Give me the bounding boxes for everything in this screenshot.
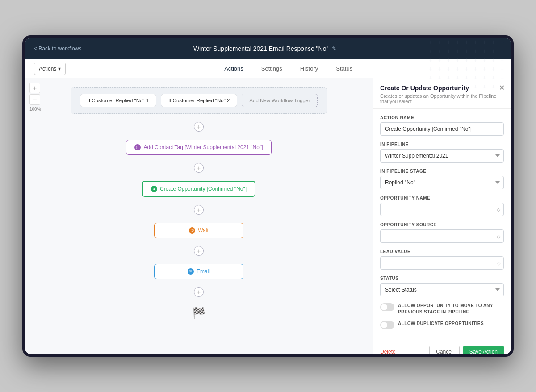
wait-action-node[interactable]: ⏱ Wait <box>154 223 243 238</box>
main-content: + − 100% If Customer Replied "No" 1 If C… <box>25 78 511 354</box>
panel-title: Create Or Update Opportunity <box>380 84 504 92</box>
add-action-2-button[interactable]: + <box>194 163 204 173</box>
opportunity-source-icon: ◇ <box>497 234 500 239</box>
allow-previous-toggle-label: ALLOW OPPORTUNITY TO MOVE TO ANY PREVIOU… <box>398 303 504 315</box>
in-pipeline-stage-select[interactable]: Replied "No" <box>380 176 504 189</box>
connector-line <box>199 115 199 122</box>
connector-line <box>199 297 199 304</box>
status-label: STATUS <box>380 276 504 281</box>
tabs-bar: Actions ▾ Actions Settings History Statu… <box>25 59 511 78</box>
panel-footer: Delete Cancel Save Action <box>373 341 511 354</box>
allow-previous-toggle[interactable] <box>380 303 394 311</box>
trigger-node-2[interactable]: If Customer Replied "No" 2 <box>161 94 237 107</box>
connector-line <box>199 173 199 180</box>
connector-line <box>199 239 199 246</box>
connector-3: + <box>194 198 204 222</box>
opportunity-source-input[interactable] <box>380 229 504 243</box>
add-action-1-button[interactable]: + <box>194 122 204 132</box>
allow-duplicate-toggle[interactable] <box>380 321 394 329</box>
opportunity-action-node[interactable]: ● Create Opportunity [Confirmed "No"] <box>142 181 255 197</box>
allow-previous-toggle-row: ALLOW OPPORTUNITY TO MOVE TO ANY PREVIOU… <box>380 303 504 315</box>
action-name-input[interactable] <box>380 122 504 136</box>
in-pipeline-select[interactable]: Winter Supplemental 2021 <box>380 149 504 163</box>
device-frame: +++++++++ +++++++++ +++++++++ +++++++++ … <box>22 35 514 357</box>
connector-2: + <box>194 156 204 180</box>
allow-duplicate-toggle-row: ALLOW DUPLICATE OPPORTUNITIES <box>380 321 504 329</box>
connector-line <box>199 256 199 263</box>
in-pipeline-label: IN PIPELINE <box>380 142 504 147</box>
opportunity-source-input-wrapper: ◇ <box>380 229 504 243</box>
connector-line <box>199 198 199 205</box>
lead-value-input[interactable] <box>380 256 504 270</box>
add-action-5-button[interactable]: + <box>194 287 204 297</box>
zoom-in-button[interactable]: + <box>29 83 40 93</box>
workflow-canvas: If Customer Replied "No" 1 If Customer R… <box>25 78 373 354</box>
opportunity-icon: ● <box>151 186 157 192</box>
canvas-area: + − 100% If Customer Replied "No" 1 If C… <box>25 78 373 354</box>
header-title-area: Winter Supplemental 2021 Email Response … <box>193 45 337 52</box>
opportunity-name-input[interactable] <box>380 203 504 216</box>
allow-duplicate-toggle-label: ALLOW DUPLICATE OPPORTUNITIES <box>398 321 484 327</box>
wait-icon: ⏱ <box>189 227 195 234</box>
add-trigger-button[interactable]: Add New Workflow Trigger <box>242 94 318 107</box>
tag-action-node[interactable]: 🏷 Add Contact Tag [Winter Supplemental 2… <box>126 140 271 155</box>
opportunity-source-group: OPPORTUNITY SOURCE ◇ <box>380 222 504 243</box>
action-name-label: ACTION NAME <box>380 115 504 120</box>
panel-header: Create Or Update Opportunity Creates or … <box>373 78 511 109</box>
panel-subtitle: Creates or updates an Opportunity within… <box>380 93 504 104</box>
panel-body: ACTION NAME IN PIPELINE Winter Supplemen… <box>373 109 511 341</box>
finish-flag: 🏁 <box>192 307 205 319</box>
delete-button[interactable]: Delete <box>380 349 396 354</box>
trigger-row: If Customer Replied "No" 1 If Customer R… <box>71 87 327 114</box>
connector-4: + <box>194 239 204 263</box>
tab-actions[interactable]: Actions <box>215 60 252 79</box>
connector-line <box>199 156 199 163</box>
lead-value-label: LEAD VALUE <box>380 249 504 254</box>
chevron-down-icon: ▾ <box>58 66 61 72</box>
tag-icon: 🏷 <box>134 144 141 150</box>
trigger-node-1[interactable]: If Customer Replied "No" 1 <box>80 94 156 107</box>
app-container: < Back to workflows Winter Supplemental … <box>25 38 511 354</box>
in-pipeline-stage-label: IN PIPELINE STAGE <box>380 169 504 174</box>
in-pipeline-stage-group: IN PIPELINE STAGE Replied "No" <box>380 169 504 189</box>
add-action-4-button[interactable]: + <box>194 246 204 256</box>
connector-1: + <box>194 115 204 139</box>
email-action-node[interactable]: ✉ Email <box>154 264 243 279</box>
tab-history[interactable]: History <box>291 60 327 79</box>
opportunity-name-label: OPPORTUNITY NAME <box>380 196 504 200</box>
opportunity-source-label: OPPORTUNITY SOURCE <box>380 222 504 227</box>
lead-value-icon: ◇ <box>497 260 500 266</box>
actions-dropdown[interactable]: Actions ▾ <box>34 63 66 75</box>
action-name-group: ACTION NAME <box>380 115 504 136</box>
zoom-level-label: 100% <box>29 106 41 112</box>
lead-value-group: LEAD VALUE ◇ <box>380 249 504 270</box>
edit-title-icon[interactable]: ✎ <box>332 46 336 52</box>
connector-line <box>199 215 199 222</box>
panel-close-button[interactable]: ✕ <box>499 83 505 92</box>
footer-actions: Cancel Save Action <box>429 346 504 354</box>
connector-line <box>199 280 199 287</box>
connector-line <box>199 132 199 139</box>
connector-5: + <box>194 280 204 304</box>
workflow-title: Winter Supplemental 2021 Email Response … <box>193 45 329 52</box>
opportunity-name-group: OPPORTUNITY NAME ◇ <box>380 196 504 216</box>
tab-settings[interactable]: Settings <box>252 60 291 79</box>
in-pipeline-group: IN PIPELINE Winter Supplemental 2021 <box>380 142 504 163</box>
zoom-out-button[interactable]: − <box>29 94 40 105</box>
back-to-workflows-link[interactable]: < Back to workflows <box>34 46 81 52</box>
status-group: STATUS Select Status <box>380 276 504 296</box>
email-icon: ✉ <box>188 268 194 275</box>
save-action-button[interactable]: Save Action <box>463 346 504 354</box>
tabs-center: Actions Settings History Status <box>75 59 502 78</box>
cancel-button[interactable]: Cancel <box>429 346 459 354</box>
canvas-controls: + − 100% <box>29 83 41 112</box>
status-select[interactable]: Select Status <box>380 283 504 296</box>
opportunity-name-icon: ◇ <box>497 207 500 213</box>
header: < Back to workflows Winter Supplemental … <box>25 38 511 59</box>
opportunity-name-input-wrapper: ◇ <box>380 203 504 216</box>
lead-value-input-wrapper: ◇ <box>380 256 504 270</box>
right-panel: Create Or Update Opportunity Creates or … <box>373 78 511 354</box>
add-action-3-button[interactable]: + <box>194 205 204 215</box>
tab-status[interactable]: Status <box>327 60 361 79</box>
